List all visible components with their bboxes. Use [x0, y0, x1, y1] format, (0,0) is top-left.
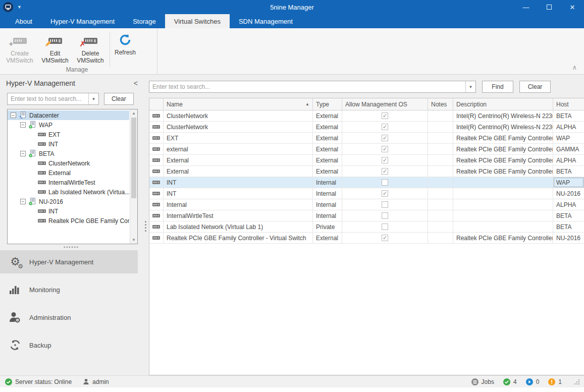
- checkbox-checked-icon[interactable]: ✓: [382, 146, 388, 152]
- checkbox-checked-icon[interactable]: ✓: [382, 168, 388, 175]
- tree-item-wap[interactable]: −WAP: [8, 120, 129, 130]
- cell-notes: [428, 133, 453, 143]
- resize-grip-icon[interactable]: [574, 379, 580, 385]
- nav-item-administration[interactable]: Administration: [0, 306, 138, 329]
- tree-item-int[interactable]: INT: [8, 139, 129, 149]
- sidebar-horizontal-splitter[interactable]: ••••••: [0, 244, 143, 250]
- checkbox-checked-icon[interactable]: ✓: [382, 157, 388, 163]
- tree-item-realtek-pcie-gbe-family-con[interactable]: Realtek PCIe GBE Family Con...: [8, 216, 129, 226]
- table-clear-button[interactable]: Clear: [519, 81, 551, 93]
- cell-name: External: [164, 166, 313, 177]
- cell-name: INT: [164, 188, 313, 199]
- checkbox-checked-icon[interactable]: ✓: [382, 124, 388, 130]
- tree-scroll-thumb[interactable]: [131, 118, 136, 198]
- checkbox-unchecked-icon[interactable]: [382, 179, 388, 186]
- tree-item-internalwirtletest[interactable]: InternalWirtleTest: [8, 178, 129, 187]
- column-header-allow-management-os[interactable]: Allow Management OS: [342, 98, 428, 110]
- tree-item-datacenter[interactable]: −Datacenter: [8, 110, 129, 120]
- jobs-success-count: 4: [513, 378, 517, 385]
- tree-item-nu-2016[interactable]: −NU-2016: [8, 197, 129, 206]
- tree-item-beta[interactable]: −BETA: [8, 149, 129, 158]
- table-row[interactable]: InternalWirtleTestInternalBETA: [149, 210, 584, 221]
- host-search-dropdown-icon[interactable]: ▼: [88, 93, 98, 104]
- tab-virtual-switches[interactable]: Virtual Switches: [165, 14, 230, 28]
- jobs-running-count: 0: [536, 378, 540, 385]
- cell-notes: [428, 122, 453, 132]
- collapse-ribbon-icon[interactable]: ∧: [572, 64, 577, 71]
- cell-allow-management-os: ✓: [342, 144, 428, 154]
- sidebar-collapse-icon[interactable]: <: [134, 79, 138, 87]
- table-search-input[interactable]: [149, 83, 465, 90]
- tree-expander-icon[interactable]: −: [20, 199, 26, 204]
- table-row[interactable]: ExternalExternal✓Realtek PCIe GBE Family…: [149, 155, 584, 166]
- table-row[interactable]: INTInternal✓NU-2016: [149, 188, 584, 199]
- delete-vmswitch-icon: ✗: [84, 33, 97, 48]
- table-row[interactable]: ExternalExternal✓Realtek PCIe GBE Family…: [149, 166, 584, 177]
- jobs-success-icon: [503, 378, 510, 385]
- table-row[interactable]: EXTExternal✓Realtek PCIe GBE Family Cont…: [149, 133, 584, 144]
- nav-item-hyper-v-management[interactable]: ⚙⚙Hyper-V Management: [0, 250, 138, 273]
- quick-access-caret-icon[interactable]: ▼: [17, 5, 22, 10]
- sidebar-title: Hyper-V Management: [6, 79, 75, 87]
- delete-vmswitch-button[interactable]: ✗Delete VMSwitch: [74, 31, 107, 67]
- jobs-label[interactable]: Jobs: [482, 378, 494, 385]
- minimize-button[interactable]: —: [514, 0, 538, 14]
- tab-sdn-management[interactable]: SDN Management: [230, 14, 302, 28]
- column-header-host[interactable]: Host: [553, 98, 584, 110]
- host-search-clear-button[interactable]: Clear: [104, 93, 134, 105]
- module-nav: ⚙⚙Hyper-V ManagementMonitoringAdministra…: [0, 250, 143, 375]
- tree-item-clusternetwork[interactable]: ClusterNetwork: [8, 158, 129, 168]
- refresh-button[interactable]: Refresh: [113, 31, 138, 67]
- tab-strip: AboutHyper-V ManagementStorageVirtual Sw…: [0, 14, 584, 28]
- column-header-description[interactable]: Description: [453, 98, 553, 110]
- close-button[interactable]: ✕: [561, 0, 584, 14]
- table-row[interactable]: externalExternal✓Realtek PCIe GBE Family…: [149, 144, 584, 155]
- tree-scroll-up-icon[interactable]: ▲: [130, 109, 137, 117]
- cell-notes: [428, 177, 453, 188]
- nav-item-backup[interactable]: Backup: [0, 333, 138, 357]
- tree-expander-icon[interactable]: −: [11, 113, 16, 118]
- table-search-dropdown-icon[interactable]: ▼: [465, 81, 475, 92]
- cell-name: Lab Isolated Network (Virtual Lab 1): [164, 221, 313, 232]
- tree-item-lab-isolated-network-virtua[interactable]: Lab Isolated Network (Virtua...: [8, 187, 129, 197]
- tab-hyper-v-management[interactable]: Hyper-V Management: [41, 14, 124, 28]
- row-switch-icon-cell: [149, 110, 164, 121]
- column-header-type[interactable]: Type: [313, 98, 342, 110]
- checkbox-checked-icon[interactable]: ✓: [382, 190, 388, 197]
- table-row[interactable]: ClusterNetworkExternal✓Intel(R) Centrino…: [149, 122, 584, 133]
- checkbox-unchecked-icon[interactable]: [382, 212, 388, 219]
- checkbox-unchecked-icon[interactable]: [382, 201, 388, 208]
- nav-item-monitoring[interactable]: Monitoring: [0, 278, 138, 301]
- table-row[interactable]: Lab Isolated Network (Virtual Lab 1)Priv…: [149, 221, 584, 233]
- tree-item-ext[interactable]: EXT: [8, 130, 129, 139]
- table-row[interactable]: InternalInternalALPHA: [149, 199, 584, 210]
- tree-expander-icon[interactable]: −: [20, 151, 26, 156]
- tree-item-external[interactable]: External: [8, 168, 129, 178]
- tree-expander-icon[interactable]: −: [20, 122, 26, 128]
- column-header-name[interactable]: Name▲: [164, 98, 313, 110]
- checkbox-checked-icon[interactable]: ✓: [382, 135, 388, 141]
- tree-item-int[interactable]: INT: [8, 206, 129, 216]
- table-row[interactable]: INTInternalWAP: [149, 177, 584, 188]
- table-row[interactable]: ClusterNetworkExternal✓Intel(R) Centrino…: [149, 110, 584, 122]
- tree-scroll-down-icon[interactable]: ▼: [130, 236, 137, 244]
- find-button[interactable]: Find: [482, 81, 513, 93]
- checkbox-checked-icon[interactable]: ✓: [382, 113, 388, 119]
- checkbox-unchecked-icon[interactable]: [382, 223, 388, 230]
- table-row[interactable]: Realtek PCIe GBE Family Controller - Vir…: [149, 233, 584, 244]
- create-vmswitch-button: +Create VMSwitch: [3, 31, 36, 67]
- cell-name: EXT: [164, 133, 313, 143]
- tab-about[interactable]: About: [6, 14, 41, 28]
- cell-allow-management-os: ✓: [342, 133, 428, 143]
- column-header-notes[interactable]: Notes: [428, 98, 453, 110]
- maximize-button[interactable]: [538, 0, 561, 14]
- checkbox-checked-icon[interactable]: ✓: [382, 235, 388, 241]
- host-search-input[interactable]: [8, 95, 88, 102]
- tab-storage[interactable]: Storage: [124, 14, 165, 28]
- edit-vmswitch-button[interactable]: Edit VMSwitch: [38, 31, 72, 67]
- cell-description: [453, 177, 553, 188]
- app-icon[interactable]: [3, 2, 13, 12]
- tree-scrollbar[interactable]: ▲ ▼: [130, 109, 137, 244]
- vertical-splitter[interactable]: [143, 75, 149, 375]
- cell-name: Internal: [164, 199, 313, 210]
